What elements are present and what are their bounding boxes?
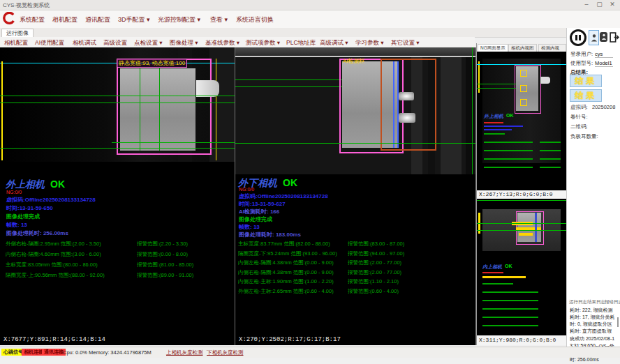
text-line	[482, 325, 538, 326]
green-measure-line	[235, 143, 475, 144]
menu-item-view[interactable]: 查看 ▾	[210, 15, 228, 24]
menu-item-3d-config[interactable]: 3D手配置 ▾	[118, 15, 150, 24]
thumb2-title: 内上相机	[482, 264, 502, 271]
app-window: CYS-视觉检测系统 – ▢ ✕ 系统配置 相机配置 通讯配置 3D手配置 ▾ …	[0, 0, 620, 364]
menu-item-light-config[interactable]: 光源控制配置 ▾	[158, 15, 200, 24]
center-camera-panel: AI检测框 外下相机 OK NG:0/0 虚拟码:Offline20250208…	[235, 47, 476, 345]
menu-item-system-config[interactable]: 系统配置	[20, 15, 45, 24]
menu-item-camera-config[interactable]: 相机配置	[52, 15, 78, 24]
statusbar: 心跳信号 相机连接 通讯连接 Cpu: 0.0% Memory: 3424.41…	[0, 347, 620, 358]
center-cam-barcode: 虚拟码:Offline20250208133134728	[239, 192, 328, 200]
yellow-guide-line	[1, 61, 3, 160]
center-cam-result: OK	[283, 177, 297, 188]
thumb1-result: OK	[506, 113, 514, 118]
toolbar-baseline-params[interactable]: 基准线参数 ▾	[205, 39, 239, 47]
left-camera-view[interactable]: 静态宽值:93, 动态宽值:100	[0, 47, 235, 162]
green-measure-line	[477, 88, 516, 89]
user-button[interactable]	[600, 32, 607, 42]
window-title: CYS-视觉检测系统	[3, 1, 50, 9]
toolbar-advanced-set[interactable]: 高级设置	[103, 39, 127, 47]
user-icon	[601, 33, 607, 40]
app-logo-icon	[2, 12, 16, 26]
blue-edge-line	[397, 61, 399, 148]
toolbar-spot-check[interactable]: 点检设置 ▾	[134, 39, 163, 47]
text-line	[482, 283, 513, 285]
tab-ng-display[interactable]: NG画面显示	[478, 44, 508, 52]
tab-camera-view[interactable]: 相机内视图	[508, 44, 537, 52]
toolbar-advanced-debug[interactable]: 高级调试 ▾	[320, 39, 348, 47]
toolbar-learn-params[interactable]: 学习参数 ▾	[355, 39, 384, 47]
menu-item-comm-config[interactable]: 通讯配置	[85, 15, 110, 24]
toolbar-ai-usage[interactable]: AI使用配置	[35, 39, 64, 47]
thumb2-pixel-coords: X:311;Y:980;R:0;G:0;B:0	[477, 335, 568, 345]
green-measure-line	[0, 96, 235, 96]
center-pixel-coords: X:270;Y:2502;R:17;G:17;B:17	[239, 336, 341, 343]
minimize-button[interactable]: –	[582, 1, 592, 8]
green-measure-line	[477, 200, 566, 201]
model-label: 使用型号:	[570, 60, 593, 67]
close-button[interactable]: ✕	[608, 1, 618, 8]
green-measure-line	[477, 230, 566, 231]
right-info-panel: 登录用户: cys 使用型号: Model1 总结果: 结果 结果 虚拟码: 2…	[566, 28, 620, 347]
toolbar-image-process[interactable]: 图像处理 ▾	[170, 39, 198, 47]
sidebar: NG画面显示 相机内视图 检测内视图 外上相机 OK	[476, 43, 566, 345]
thumbnail-camera-1[interactable]: 外上相机 OK	[477, 52, 566, 190]
text-line	[540, 158, 561, 160]
text-line	[484, 133, 505, 135]
text-line	[484, 122, 503, 123]
left-pixel-coords: X:7677;Y:891;R:14;G:14;B:14	[3, 336, 105, 343]
upper-camera-gray-link[interactable]: 上相机灰度检测	[166, 349, 203, 356]
center-cam-done: 图像处理完成	[239, 215, 272, 223]
highlight-spot	[399, 92, 414, 100]
toolbar-camera-config[interactable]: 相机配置	[4, 39, 28, 47]
login-user-button[interactable]	[589, 30, 599, 45]
thumb1-title: 外上相机	[484, 113, 503, 120]
exit-button[interactable]	[609, 31, 619, 44]
yellow-marker	[520, 70, 527, 77]
left-cam-ng: NG:0/0	[6, 190, 22, 195]
toolbar-other-settings[interactable]: 其它设置 ▾	[391, 39, 420, 47]
text-line	[484, 126, 523, 127]
tab-count-label: 负极耳数量:	[570, 133, 598, 140]
text-line	[540, 150, 561, 151]
qr-code-label: 二维码:	[570, 123, 588, 130]
text-line	[484, 167, 533, 168]
center-cam-elapsed: 图像处理耗时: 183.00ms	[239, 231, 301, 238]
menubar: 系统配置 相机配置 通讯配置 3D手配置 ▾ 光源控制配置 ▾ 查看 ▾ 系统语…	[0, 10, 620, 28]
model-value[interactable]: Model1	[595, 60, 613, 67]
highlight-spot	[399, 113, 415, 123]
text-line	[540, 142, 561, 143]
text-line	[482, 317, 538, 318]
maximize-button[interactable]: ▢	[595, 1, 605, 8]
menu-item-language-switch[interactable]: 系统语言切换	[236, 15, 274, 24]
width-overlay-label: 静态宽值:93, 动态宽值:100	[117, 59, 187, 68]
thumbnail-camera-2[interactable]: 内上相机 OK	[477, 199, 566, 335]
green-measure-line	[235, 86, 349, 87]
log-tab-error[interactable]: 报错日志	[605, 299, 620, 305]
yellow-marker	[520, 99, 527, 106]
text-line	[482, 300, 538, 301]
tab-run-image[interactable]: 运行图像	[1, 29, 34, 37]
log-tab-result[interactable]: 结果日志	[587, 299, 605, 305]
ai-box-label: AI检测框	[343, 57, 365, 65]
green-edge-line	[472, 47, 473, 174]
lower-camera-gray-link[interactable]: 下相机灰度检测	[207, 349, 244, 356]
log-scrollbar[interactable]	[617, 317, 619, 327]
text-line	[484, 158, 533, 160]
toolbar-camera-debug[interactable]: 相机调试	[73, 39, 96, 47]
login-user-value[interactable]: cys	[595, 51, 613, 58]
result-box-1: 结果	[570, 75, 602, 87]
tab-detect-view[interactable]: 检测内视图	[538, 44, 566, 52]
machine-shadow	[209, 47, 235, 162]
toolbar-plc-library[interactable]: PLC地址库	[286, 39, 316, 47]
green-edge-line	[140, 68, 140, 151]
toolbar-test-params[interactable]: 测试项参数 ▾	[246, 39, 280, 47]
left-cam-time: 时间:13-31-59-650	[6, 204, 53, 212]
center-camera-view[interactable]: AI检测框	[235, 47, 475, 174]
pause-button[interactable]	[570, 29, 586, 46]
tab-strip: 运行图像	[0, 28, 620, 38]
green-measure-line	[0, 103, 235, 103]
green-measure-line	[477, 84, 516, 84]
connector-part	[540, 77, 550, 84]
log-tab-run[interactable]: 运行日志	[569, 299, 587, 305]
